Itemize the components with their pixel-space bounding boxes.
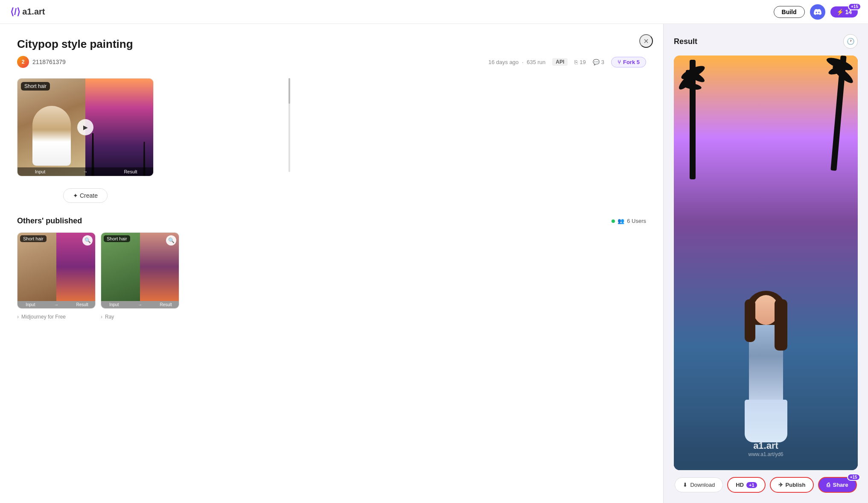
palm-tree-left: [680, 60, 706, 196]
download-button[interactable]: ⬇ Download: [675, 477, 723, 492]
gallery-result-1: 🔍: [56, 233, 95, 301]
logo-icon: ⟨/⟩: [10, 6, 20, 18]
fork-button[interactable]: ⑂ Fork 5: [611, 57, 646, 67]
palm-tree-right: [824, 56, 853, 184]
watermark: a1.art www.a1.art/yd6: [748, 440, 783, 457]
download-icon: ⬇: [683, 482, 687, 488]
preview-label: Short hair: [21, 82, 50, 91]
users-icon: 👥: [618, 218, 624, 224]
header: ⟨/⟩ a1.art Build ⚡ 14 +15: [0, 0, 868, 24]
time-runs: 16 days ago · 635 run: [488, 59, 545, 65]
meta-right: 16 days ago · 635 run API ⎘ 19 💬 3 ⑂ For…: [488, 57, 646, 67]
gallery-input-2: Short hair: [101, 233, 140, 301]
gallery-label-1: Short hair: [20, 235, 47, 242]
gallery-result-2: 🔍: [140, 233, 179, 301]
gallery-item-inner: Short hair 🔍: [17, 233, 95, 301]
search-icon-2[interactable]: 🔍: [166, 235, 176, 246]
watermark-sub: www.a1.art/yd6: [748, 451, 783, 457]
avatar: 2: [17, 56, 29, 68]
publish-button[interactable]: ✈ Publish: [770, 477, 814, 493]
input-image: [17, 79, 85, 176]
gallery-label-2: Short hair: [104, 235, 130, 242]
result-header: Result 🕐: [674, 34, 858, 49]
others-header: Others' published 👥 6 Users: [17, 216, 646, 225]
users-badge: 👥 6 Users: [612, 218, 646, 224]
users-count: 6 Users: [627, 218, 646, 224]
logo[interactable]: ⟨/⟩ a1.art: [10, 6, 45, 18]
logo-text: a1.art: [22, 7, 45, 17]
header-right: Build ⚡ 14 +15: [774, 4, 858, 20]
result-title: Result: [674, 37, 697, 46]
discord-button[interactable]: [810, 4, 825, 20]
author-row: 2 2118761379 16 days ago · 635 run API ⎘…: [17, 56, 646, 68]
close-button[interactable]: ×: [639, 34, 653, 48]
credits-button[interactable]: ⚡ 14 +15: [830, 6, 858, 18]
main-container: × Citypop style painting 2 2118761379 16…: [0, 24, 868, 503]
preview-image-pair: Short hair ▶ Input → Result: [17, 78, 154, 176]
others-section: Others' published 👥 6 Users Short hair: [17, 216, 646, 320]
chevron-icon-2: ›: [101, 314, 102, 320]
chevron-icon-1: ›: [17, 314, 19, 320]
gallery-sub-item-1: › Midjourney for Free: [17, 314, 96, 320]
gallery-item-inner-2: Short hair 🔍: [101, 233, 179, 301]
result-image-container: a1.art www.a1.art/yd6: [674, 56, 858, 470]
gallery-item[interactable]: Short hair 🔍 Input → Result: [17, 232, 96, 309]
sub-text-1: Midjourney for Free: [21, 314, 66, 320]
image-labels: Input → Result: [17, 167, 153, 176]
scrollbar[interactable]: [288, 78, 290, 172]
credits-badge: +15: [848, 3, 861, 10]
page-title: Citypop style painting: [17, 38, 646, 51]
play-button[interactable]: ▶: [77, 119, 93, 135]
search-icon-1[interactable]: 🔍: [82, 235, 93, 246]
watermark-main: a1.art: [748, 440, 783, 451]
share-icon: ⎙: [827, 482, 830, 488]
share-badge: +15: [847, 474, 860, 481]
left-panel: × Citypop style painting 2 2118761379 16…: [0, 24, 663, 503]
sub-text-2: Ray: [105, 314, 114, 320]
create-button[interactable]: ✦ Create: [63, 188, 108, 203]
share-button[interactable]: ⎙ Share +15: [818, 477, 856, 493]
publish-icon: ✈: [778, 482, 783, 488]
copies-count: ⎘ 19: [574, 59, 585, 65]
fork-icon: ⑂: [618, 59, 621, 65]
lightning-icon: ⚡: [836, 9, 844, 15]
girl-figure: [736, 295, 796, 440]
hd-credit: +1: [746, 482, 757, 488]
right-panel: Result 🕐: [663, 24, 868, 503]
online-indicator: [612, 219, 615, 223]
gallery-sub: › Midjourney for Free › Ray: [17, 314, 646, 320]
build-button[interactable]: Build: [774, 6, 805, 18]
gallery-sub-item-2: › Ray: [101, 314, 179, 320]
gallery-grid: Short hair 🔍 Input → Result: [17, 232, 646, 309]
gallery-item-2[interactable]: Short hair 🔍 Input → Result: [101, 232, 179, 309]
api-badge[interactable]: API: [552, 58, 568, 66]
scrollbar-thumb: [288, 78, 290, 104]
others-title: Others' published: [17, 216, 82, 225]
comments-count: 💬 3: [593, 59, 604, 65]
history-icon: 🕐: [847, 38, 855, 45]
history-button[interactable]: 🕐: [843, 34, 858, 49]
preview-container: Short hair ▶ Input → Result: [17, 78, 282, 176]
gallery-bottom-2: Input → Result: [101, 301, 179, 308]
gallery-bottom-1: Input → Result: [17, 301, 95, 308]
avatar-initial: 2: [22, 59, 25, 65]
gallery-input-1: Short hair: [17, 233, 56, 301]
result-image: [85, 79, 153, 176]
action-row: ⬇ Download HD +1 ✈ Publish ⎙ Share +15: [674, 477, 858, 493]
author-name: 2118761379: [32, 58, 66, 65]
hd-button[interactable]: HD +1: [727, 477, 765, 493]
